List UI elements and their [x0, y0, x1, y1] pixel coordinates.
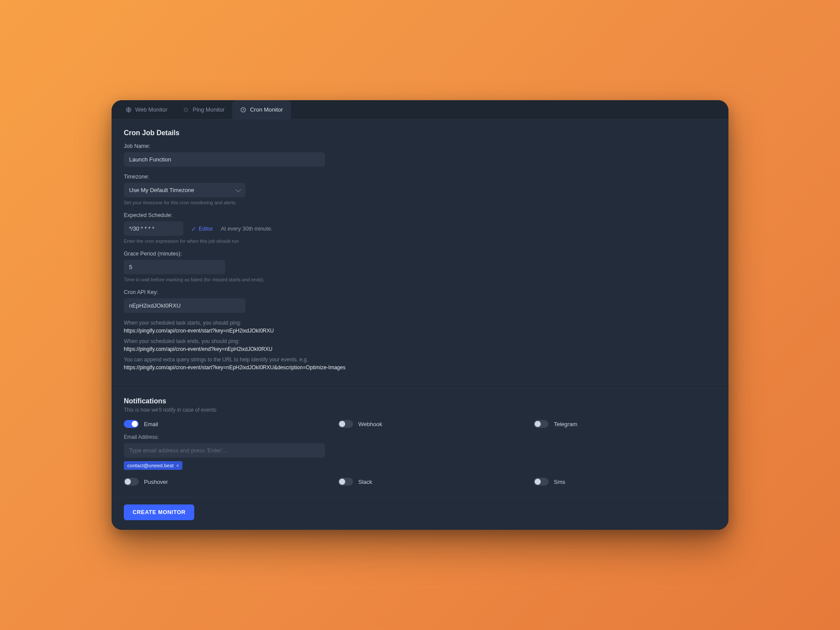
schedule-input[interactable] [124, 221, 183, 236]
timezone-label: Timezone: [124, 174, 716, 180]
notif-label: Telegram [554, 421, 577, 427]
grace-group: Grace Period (minutes): Time to wait bef… [124, 251, 716, 282]
api-key-label: Cron API Key: [124, 289, 716, 295]
tab-label: Cron Monitor [250, 106, 283, 113]
schedule-label: Expected Schedule: [124, 212, 716, 218]
schedule-group: Expected Schedule: Editor At every 30th … [124, 212, 716, 244]
toggle-telegram[interactable] [534, 420, 549, 428]
schedule-editor-link[interactable]: Editor [191, 226, 213, 232]
timezone-help: Set your timezone for this cron monitori… [124, 200, 716, 205]
timezone-select[interactable] [124, 183, 245, 197]
clock-icon [240, 107, 246, 113]
monitor-type-tabs: Web Monitor Ping Monitor Cron Monitor [112, 100, 728, 119]
email-chip-text: contact@uneed.best [127, 463, 174, 468]
notif-label: Slack [358, 479, 372, 485]
email-address-label: Email Address: [124, 434, 325, 440]
tab-cron-monitor[interactable]: Cron Monitor [232, 100, 290, 119]
section-heading: Notifications [124, 397, 716, 405]
api-key-input[interactable] [124, 298, 245, 313]
notif-pushover: Pushover [124, 478, 325, 486]
cron-details-card: Cron Job Details Job Name: Timezone: Set… [112, 119, 728, 386]
api-extra-label: You can append extra query strings to th… [124, 357, 716, 363]
notif-webhook: Webhook [338, 420, 521, 428]
tab-label: Web Monitor [135, 106, 167, 113]
toggle-pushover[interactable] [124, 478, 139, 486]
grace-help: Time to wait before marking as failed (f… [124, 277, 716, 282]
grace-label: Grace Period (minutes): [124, 251, 716, 257]
create-monitor-button[interactable]: CREATE MONITOR [124, 504, 194, 520]
job-name-group: Job Name: [124, 143, 716, 167]
notif-label: Webhook [358, 421, 382, 427]
api-info: When your scheduled task starts, you sho… [124, 320, 716, 371]
email-chip: contact@uneed.best × [124, 461, 182, 470]
api-start-url: https://pingify.com/api/cron-event/start… [124, 328, 274, 334]
notif-telegram: Telegram [534, 420, 716, 428]
toggle-sms[interactable] [534, 478, 549, 486]
email-address-input[interactable] [124, 443, 325, 458]
notif-email: Email [124, 420, 325, 428]
api-end-label: When your scheduled task ends, you shoul… [124, 338, 716, 344]
app-window: Web Monitor Ping Monitor Cron Monitor Cr… [112, 100, 728, 530]
toggle-slack[interactable] [338, 478, 353, 486]
timezone-group: Timezone: Set your timezone for this cro… [124, 174, 716, 205]
section-heading: Cron Job Details [124, 129, 716, 137]
notif-label: Email [144, 421, 158, 427]
sparkle-icon [183, 107, 189, 113]
notifications-grid: Email Webhook Telegram Email Address: co… [124, 420, 716, 486]
notif-slack: Slack [338, 478, 521, 486]
footer: CREATE MONITOR [112, 497, 728, 530]
toggle-webhook[interactable] [338, 420, 353, 428]
job-name-input[interactable] [124, 152, 325, 167]
email-chip-remove[interactable]: × [176, 463, 179, 468]
notifications-card: Notifications This is how we'll notify i… [112, 387, 728, 497]
pencil-icon [191, 226, 196, 231]
notif-sms: Sms [534, 478, 716, 486]
schedule-help: Enter the cron expression for when this … [124, 238, 716, 244]
tab-web-monitor[interactable]: Web Monitor [118, 100, 175, 119]
email-address-group: Email Address: contact@uneed.best × [124, 434, 325, 470]
notifications-subtitle: This is how we'll notify in case of even… [124, 407, 716, 413]
job-name-label: Job Name: [124, 143, 716, 149]
grace-input[interactable] [124, 260, 225, 274]
api-extra-url: https://pingify.com/api/cron-event/start… [124, 364, 346, 371]
tab-ping-monitor[interactable]: Ping Monitor [175, 100, 232, 119]
api-end-url: https://pingify.com/api/cron-event/end?k… [124, 346, 273, 352]
tab-label: Ping Monitor [192, 106, 224, 113]
schedule-description: At every 30th minute. [221, 226, 273, 232]
notif-label: Sms [554, 479, 565, 485]
notif-label: Pushover [144, 479, 168, 485]
editor-link-text: Editor [199, 226, 213, 232]
toggle-email[interactable] [124, 420, 139, 428]
globe-icon [126, 107, 132, 113]
api-key-group: Cron API Key: [124, 289, 716, 313]
api-start-label: When your scheduled task starts, you sho… [124, 320, 716, 326]
